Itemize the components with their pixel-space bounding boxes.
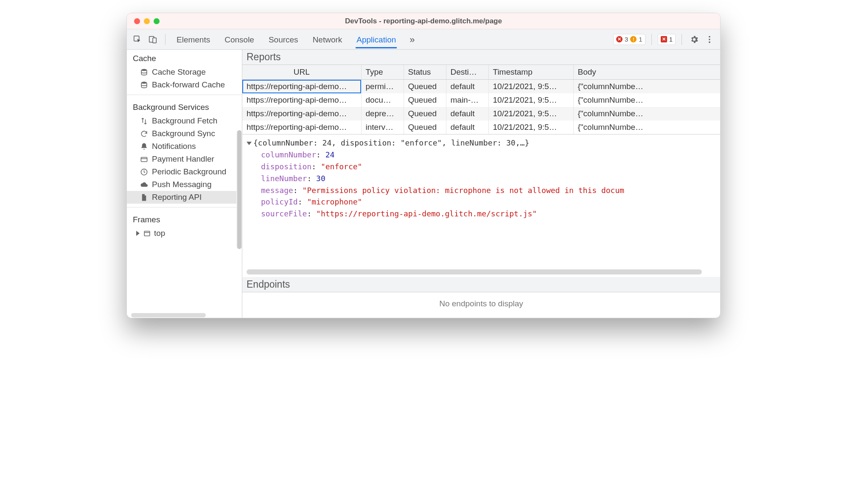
sidebar-item-payment-handler[interactable]: Payment Handler bbox=[127, 153, 242, 165]
detail-property[interactable]: message: "Permissions policy violation: … bbox=[247, 185, 716, 196]
cell-body: {"columnNumbe… bbox=[573, 120, 720, 134]
sidebar-section-background-services: Background Services bbox=[127, 98, 242, 115]
cloud-icon bbox=[140, 180, 148, 189]
sidebar-item-back-forward-cache[interactable]: Back-forward Cache bbox=[127, 78, 242, 91]
detail-property[interactable]: sourceFile: "https://reporting-api-demo.… bbox=[247, 208, 716, 220]
clock-icon bbox=[140, 168, 148, 176]
svg-rect-10 bbox=[144, 231, 150, 235]
sidebar-scrollbar[interactable] bbox=[236, 130, 242, 249]
cell-status: Queued bbox=[404, 93, 446, 107]
hidden-issues-counter[interactable]: ✕ 1 bbox=[658, 34, 676, 45]
frame-icon bbox=[143, 229, 151, 238]
tab-network[interactable]: Network bbox=[312, 31, 343, 48]
titlebar: DevTools - reporting-api-demo.glitch.me/… bbox=[127, 13, 720, 29]
cell-status: Queued bbox=[404, 107, 446, 120]
col-header-status[interactable]: Status bbox=[404, 65, 446, 80]
panel-tabs: ElementsConsoleSourcesNetworkApplication bbox=[176, 31, 397, 48]
minimize-window-button[interactable] bbox=[144, 18, 150, 24]
endpoints-heading: Endpoints bbox=[242, 277, 720, 292]
window-title: DevTools - reporting-api-demo.glitch.me/… bbox=[127, 17, 720, 25]
svg-point-6 bbox=[141, 69, 147, 71]
cell-dest: default bbox=[446, 120, 488, 134]
svg-point-3 bbox=[709, 36, 710, 37]
sidebar-item-label: Push Messaging bbox=[152, 180, 211, 189]
detail-property[interactable]: lineNumber: 30 bbox=[247, 173, 716, 185]
warning-count: 1 bbox=[639, 36, 642, 43]
cell-dest: default bbox=[446, 107, 488, 120]
table-row[interactable]: https://reporting-api-demo…depre…Queuedd… bbox=[242, 107, 720, 120]
sidebar-item-label: Cache Storage bbox=[152, 67, 206, 77]
content: Reports URLTypeStatusDesti…TimestampBody… bbox=[242, 50, 720, 318]
cell-type: interv… bbox=[361, 120, 404, 134]
detail-property[interactable]: policyId: "microphone" bbox=[247, 196, 716, 208]
card-icon bbox=[140, 155, 148, 163]
sidebar-item-label: Reporting API bbox=[152, 193, 202, 202]
updown-icon bbox=[140, 117, 148, 125]
tab-sources[interactable]: Sources bbox=[268, 31, 299, 48]
sidebar-section-cache: Cache bbox=[127, 50, 242, 66]
hidden-error-icon: ✕ bbox=[661, 36, 667, 42]
hidden-error-count: 1 bbox=[669, 36, 673, 43]
cell-ts: 10/21/2021, 9:5… bbox=[488, 80, 573, 94]
separator bbox=[127, 207, 242, 207]
console-issue-counter[interactable]: ✕ 3 ! 1 bbox=[613, 34, 645, 45]
sidebar-item-background-sync[interactable]: Background Sync bbox=[127, 127, 242, 140]
window-controls bbox=[134, 18, 160, 24]
separator bbox=[682, 34, 682, 45]
svg-rect-8 bbox=[141, 157, 147, 161]
settings-gear-icon[interactable] bbox=[688, 33, 701, 46]
cell-dest: main-… bbox=[446, 93, 488, 107]
sidebar-item-background-fetch[interactable]: Background Fetch bbox=[127, 115, 242, 127]
sync-icon bbox=[140, 129, 148, 138]
table-row[interactable]: https://reporting-api-demo…docu…Queuedma… bbox=[242, 93, 720, 107]
error-count: 3 bbox=[625, 36, 628, 43]
col-header-desti[interactable]: Desti… bbox=[446, 65, 488, 80]
inspect-element-icon[interactable] bbox=[131, 33, 144, 46]
cell-status: Queued bbox=[404, 120, 446, 134]
table-row[interactable]: https://reporting-api-demo…permi…Queuedd… bbox=[242, 80, 720, 94]
more-options-kebab-icon[interactable] bbox=[703, 33, 716, 46]
more-tabs-chevron-icon[interactable]: » bbox=[409, 30, 415, 49]
cell-url: https://reporting-api-demo… bbox=[242, 80, 361, 94]
cell-ts: 10/21/2021, 9:5… bbox=[488, 120, 573, 134]
sidebar-item-reporting-api[interactable]: Reporting API bbox=[127, 191, 242, 204]
col-header-body[interactable]: Body bbox=[573, 65, 720, 80]
devtools-window: DevTools - reporting-api-demo.glitch.me/… bbox=[126, 13, 721, 318]
sidebar-h-scrollbar[interactable] bbox=[127, 312, 242, 318]
separator bbox=[165, 34, 165, 45]
report-body-detail: {columnNumber: 24, disposition: "enforce… bbox=[242, 134, 720, 268]
cell-url: https://reporting-api-demo… bbox=[242, 107, 361, 120]
tab-console[interactable]: Console bbox=[224, 31, 255, 48]
table-row[interactable]: https://reporting-api-demo…interv…Queued… bbox=[242, 120, 720, 134]
tab-elements[interactable]: Elements bbox=[176, 31, 211, 48]
sidebar-item-notifications[interactable]: Notifications bbox=[127, 140, 242, 153]
cell-type: permi… bbox=[361, 80, 404, 94]
cell-url: https://reporting-api-demo… bbox=[242, 120, 361, 134]
cell-status: Queued bbox=[404, 80, 446, 94]
detail-property[interactable]: disposition: "enforce" bbox=[247, 161, 716, 173]
col-header-type[interactable]: Type bbox=[361, 65, 404, 80]
db-icon bbox=[140, 81, 148, 89]
collapse-triangle-icon bbox=[247, 142, 252, 145]
cell-type: depre… bbox=[361, 107, 404, 120]
detail-summary-line[interactable]: {columnNumber: 24, disposition: "enforce… bbox=[247, 137, 716, 149]
sidebar-item-cache-storage[interactable]: Cache Storage bbox=[127, 66, 242, 78]
col-header-url[interactable]: URL bbox=[242, 65, 361, 80]
detail-h-scrollbar[interactable] bbox=[242, 268, 720, 277]
detail-property[interactable]: columnNumber: 24 bbox=[247, 149, 716, 161]
maximize-window-button[interactable] bbox=[154, 18, 160, 24]
sidebar-item-periodic-background[interactable]: Periodic Background bbox=[127, 165, 242, 178]
close-window-button[interactable] bbox=[134, 18, 140, 24]
svg-point-4 bbox=[709, 39, 710, 40]
doc-icon bbox=[140, 193, 148, 202]
sidebar-item-push-messaging[interactable]: Push Messaging bbox=[127, 178, 242, 191]
cell-dest: default bbox=[446, 80, 488, 94]
col-header-timestamp[interactable]: Timestamp bbox=[488, 65, 573, 80]
svg-point-5 bbox=[709, 41, 710, 43]
expand-triangle-icon bbox=[136, 231, 140, 236]
cell-ts: 10/21/2021, 9:5… bbox=[488, 93, 573, 107]
tab-application[interactable]: Application bbox=[356, 31, 397, 48]
device-toolbar-icon[interactable] bbox=[146, 33, 159, 46]
warning-icon: ! bbox=[630, 36, 637, 42]
sidebar-item-top[interactable]: top bbox=[127, 227, 242, 240]
